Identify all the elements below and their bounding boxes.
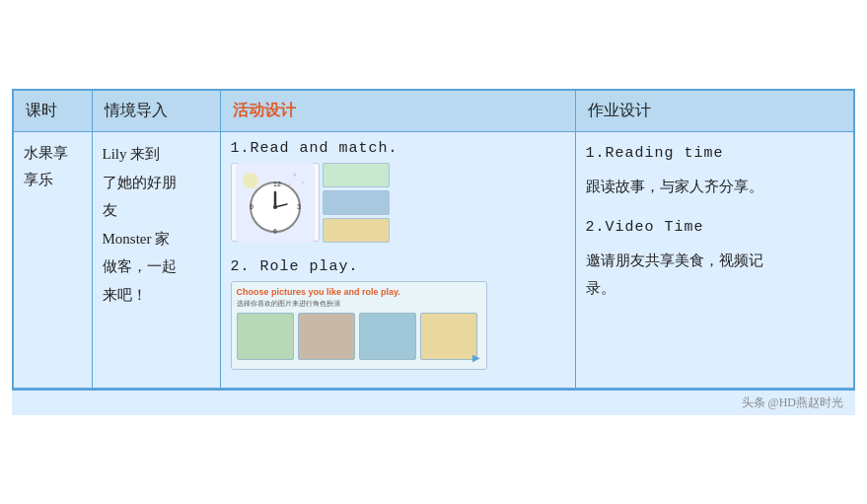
mini-image-1 bbox=[323, 163, 390, 187]
rp-image-grid bbox=[237, 313, 481, 360]
cell-qingjing: Lily 来到 了她的好朋 友 Monster 家 做客，一起 来吧！ bbox=[92, 132, 220, 390]
roleplay-image: Choose pictures you like and role play. … bbox=[231, 281, 487, 370]
rp-img-4 bbox=[420, 313, 477, 360]
mini-image-3 bbox=[323, 218, 390, 243]
svg-text:3: 3 bbox=[297, 203, 301, 210]
rp-img-2 bbox=[298, 313, 355, 360]
footer-text: 头条 @HD燕赵时光 bbox=[742, 396, 843, 409]
activity-1-right-images bbox=[323, 163, 390, 243]
rp-img-3 bbox=[359, 313, 416, 360]
activity-2: 2. Role play. Choose pictures you like a… bbox=[231, 258, 565, 370]
zuoye-2: 2.Video Time 邀请朋友共享美食，视频记录。 bbox=[586, 214, 844, 303]
zuoye-2-desc: 邀请朋友共享美食，视频记录。 bbox=[586, 247, 844, 303]
zuoye-2-label: 2.Video Time bbox=[586, 214, 844, 243]
activity-2-label: 2. Role play. bbox=[231, 258, 565, 275]
header-col3: 活动设计 bbox=[220, 90, 575, 132]
rp-subtitle: 选择你喜欢的图片来进行角色扮演 bbox=[237, 299, 481, 309]
table-row: 水果享享乐 Lily 来到 了她的好朋 友 Monster 家 做客，一起 来吧… bbox=[13, 132, 854, 390]
activity-1-label: 1.Read and match. bbox=[231, 140, 565, 157]
main-table: 课时 情境导入 活动设计 作业设计 水果享享乐 Lily 来到 了她的好朋 友 bbox=[12, 89, 855, 390]
clock-svg: 12 3 6 9 bbox=[236, 163, 315, 242]
clock-image: 12 3 6 9 bbox=[231, 163, 320, 242]
rp-arrow: ▶ bbox=[472, 352, 480, 363]
svg-point-2 bbox=[293, 174, 296, 177]
svg-text:9: 9 bbox=[250, 203, 253, 210]
activity-1-image: 12 3 6 9 bbox=[231, 163, 565, 243]
svg-point-12 bbox=[273, 205, 277, 209]
zuoye-1-label: 1.Reading time bbox=[586, 140, 844, 169]
cell-zuoye: 1.Reading time 跟读故事，与家人齐分享。 2.Video Time… bbox=[575, 132, 854, 390]
mini-image-2 bbox=[323, 190, 390, 215]
cell-keshi: 水果享享乐 bbox=[13, 132, 92, 390]
zuoye-1-desc: 跟读故事，与家人齐分享。 bbox=[586, 173, 844, 201]
zuoye-1: 1.Reading time 跟读故事，与家人齐分享。 bbox=[586, 140, 844, 200]
svg-point-1 bbox=[243, 173, 258, 188]
rp-img-1 bbox=[237, 313, 294, 360]
cell-huodong: 1.Read and match. bbox=[220, 132, 575, 390]
svg-text:6: 6 bbox=[273, 228, 277, 235]
svg-point-4 bbox=[289, 183, 291, 185]
header-col1: 课时 bbox=[13, 90, 92, 132]
rp-title: Choose pictures you like and role play. bbox=[237, 287, 481, 297]
svg-text:12: 12 bbox=[273, 180, 281, 187]
header-col4: 作业设计 bbox=[575, 90, 854, 132]
qingjing-text: Lily 来到 了她的好朋 友 Monster 家 做客，一起 来吧！ bbox=[103, 146, 177, 303]
svg-point-3 bbox=[302, 181, 304, 183]
footer: 头条 @HD燕赵时光 bbox=[12, 390, 855, 415]
activity-1: 1.Read and match. bbox=[231, 140, 565, 243]
header-col2: 情境导入 bbox=[92, 90, 220, 132]
keshi-text: 水果享享乐 bbox=[24, 145, 68, 187]
